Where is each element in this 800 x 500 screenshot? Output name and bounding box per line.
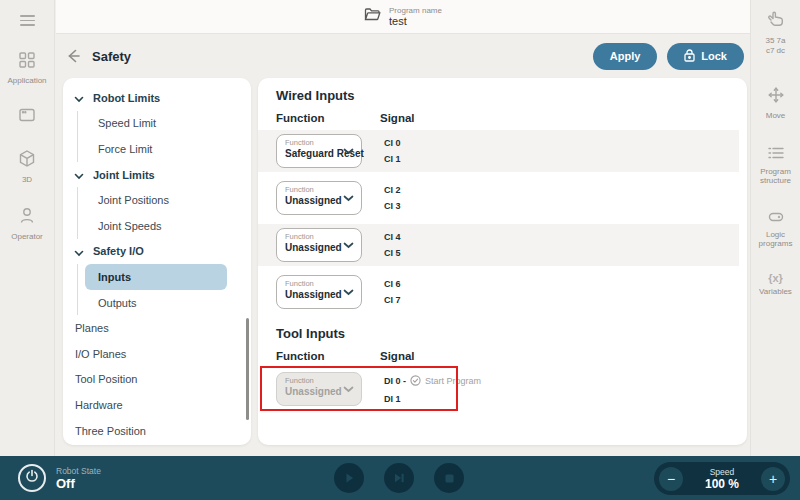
sidebar-item-label: 3D <box>22 175 32 184</box>
hand-guide-button[interactable] <box>766 10 786 32</box>
tree-item-speed-limit[interactable]: Speed Limit <box>63 111 251 137</box>
sidebar-item-3d[interactable]: 3D <box>18 149 36 184</box>
grid-icon <box>18 51 36 73</box>
tool-inputs-headers: Function Signal <box>258 350 747 362</box>
program-name-group[interactable]: Program name test <box>364 6 442 27</box>
sidebar-item-label: Program structure <box>755 167 797 185</box>
lock-icon <box>684 49 695 64</box>
program-name-value: test <box>389 15 442 27</box>
list-icon <box>767 146 785 164</box>
program-name-label: Program name <box>389 6 442 15</box>
sidebar-item-logic-programs[interactable]: Logic programs <box>755 209 797 248</box>
sidebar-item-variables[interactable]: {x} Variables <box>759 272 792 296</box>
sidebar-item-screen[interactable] <box>18 107 36 127</box>
tree-item-inputs[interactable]: Inputs <box>85 264 227 290</box>
person-icon <box>18 206 36 229</box>
speed-value: 100 % <box>705 477 739 491</box>
apply-button[interactable]: Apply <box>593 43 658 70</box>
function-column-header: Function <box>276 112 380 124</box>
play-icon <box>343 472 355 484</box>
tree-item-safety-io[interactable]: Safety I/O <box>63 239 251 265</box>
chevron-down-icon <box>343 289 354 296</box>
sidebar-item-label: Logic programs <box>755 230 797 248</box>
window-icon <box>18 107 36 127</box>
tree-item-io-planes[interactable]: I/O Planes <box>63 341 251 367</box>
checksum-line1: 35 7a <box>765 36 785 46</box>
wired-inputs-title: Wired Inputs <box>258 88 747 103</box>
tree-item-force-limit[interactable]: Force Limit <box>63 136 251 162</box>
safety-io-panel: Wired Inputs Function Signal Function Sa… <box>258 78 747 445</box>
tree-item-joint-speeds[interactable]: Joint Speeds <box>63 213 251 239</box>
move-icon <box>767 86 785 108</box>
tree-item-outputs[interactable]: Outputs <box>63 290 251 316</box>
sidebar-item-application[interactable]: Application <box>7 51 46 85</box>
stop-button[interactable] <box>434 463 464 493</box>
function-dropdown-disabled[interactable]: Function Unassigned <box>276 372 362 406</box>
tree-scrollbar[interactable] <box>246 318 249 420</box>
right-sidebar: 35 7a c7 dc Move Program structure Logic… <box>750 0 800 456</box>
wired-input-row: Function Unassigned CI 2 CI 3 <box>258 177 739 219</box>
safety-tree: Robot Limits Speed Limit Force Limit Joi… <box>63 85 251 443</box>
stop-icon <box>444 473 455 484</box>
tree-item-joint-limits[interactable]: Joint Limits <box>63 162 251 188</box>
tool-input-row: Function Unassigned DI 0 - Start Program <box>258 368 739 410</box>
sidebar-item-move[interactable]: Move <box>766 86 786 120</box>
wired-input-row: Function Unassigned CI 6 CI 7 <box>258 271 739 313</box>
robot-state-value: Off <box>56 476 101 491</box>
power-icon <box>25 469 39 487</box>
wired-input-row: Function Unassigned CI 4 CI 5 <box>258 224 739 266</box>
signal-list: CI 2 CI 3 <box>384 185 401 211</box>
chevron-down-icon <box>343 386 354 393</box>
chevron-down-icon <box>74 170 84 182</box>
tree-item-joint-positions[interactable]: Joint Positions <box>63 187 251 213</box>
checksum-line2: c7 dc <box>765 46 785 56</box>
safety-checksum: 35 7a c7 dc <box>765 36 785 56</box>
speed-increase-button[interactable]: + <box>761 467 785 491</box>
play-button[interactable] <box>334 463 364 493</box>
step-button[interactable] <box>384 463 414 493</box>
signal-list: CI 6 CI 7 <box>384 279 401 305</box>
function-column-header: Function <box>276 350 380 362</box>
power-button[interactable] <box>18 464 46 492</box>
back-arrow-icon[interactable] <box>64 47 82 65</box>
safety-tree-panel: Robot Limits Speed Limit Force Limit Joi… <box>63 78 251 445</box>
sidebar-item-label: Variables <box>759 287 792 296</box>
top-bar: Program name test <box>56 0 750 34</box>
signal-column-header: Signal <box>380 112 415 124</box>
skip-icon <box>393 472 405 484</box>
speed-display: Speed 100 % <box>683 467 761 491</box>
function-dropdown[interactable]: Function Unassigned <box>276 181 362 215</box>
wired-input-row: Function Safeguard Reset CI 0 CI 1 <box>258 130 739 172</box>
cube-icon <box>18 149 36 172</box>
lock-button-label: Lock <box>701 50 727 62</box>
function-dropdown[interactable]: Function Safeguard Reset <box>276 134 362 168</box>
chevron-down-icon <box>343 242 354 249</box>
speed-decrease-button[interactable]: − <box>659 467 683 491</box>
tool-inputs-title: Tool Inputs <box>258 326 747 341</box>
sidebar-item-program-structure[interactable]: Program structure <box>755 146 797 185</box>
lock-button[interactable]: Lock <box>667 43 744 70</box>
page-title: Safety <box>92 49 131 64</box>
left-sidebar: Application 3D Operator <box>0 0 55 456</box>
minus-icon: − <box>667 472 675 486</box>
chevron-down-icon <box>343 148 354 155</box>
tree-item-planes[interactable]: Planes <box>63 315 251 341</box>
hamburger-menu-icon[interactable] <box>20 12 35 29</box>
tree-item-three-position[interactable]: Three Position <box>63 418 251 444</box>
check-circle-icon <box>410 375 421 388</box>
footer-bar: Robot State Off − Speed 100 % + <box>0 456 800 500</box>
sidebar-item-operator[interactable]: Operator <box>11 206 43 241</box>
speed-control: − Speed 100 % + <box>654 462 790 495</box>
chevron-down-icon <box>74 247 84 259</box>
function-dropdown[interactable]: Function Unassigned <box>276 275 362 309</box>
hand-icon <box>766 10 786 32</box>
app-root: Application 3D Operator <box>0 0 800 500</box>
function-dropdown[interactable]: Function Unassigned <box>276 228 362 262</box>
sidebar-item-label: Move <box>766 111 786 120</box>
wired-inputs-headers: Function Signal <box>258 112 747 124</box>
tree-item-tool-position[interactable]: Tool Position <box>63 367 251 393</box>
robot-state-label: Robot State <box>56 466 101 476</box>
tree-item-robot-limits[interactable]: Robot Limits <box>63 85 251 111</box>
signal-column-header: Signal <box>380 350 415 362</box>
tree-item-hardware[interactable]: Hardware <box>63 392 251 418</box>
